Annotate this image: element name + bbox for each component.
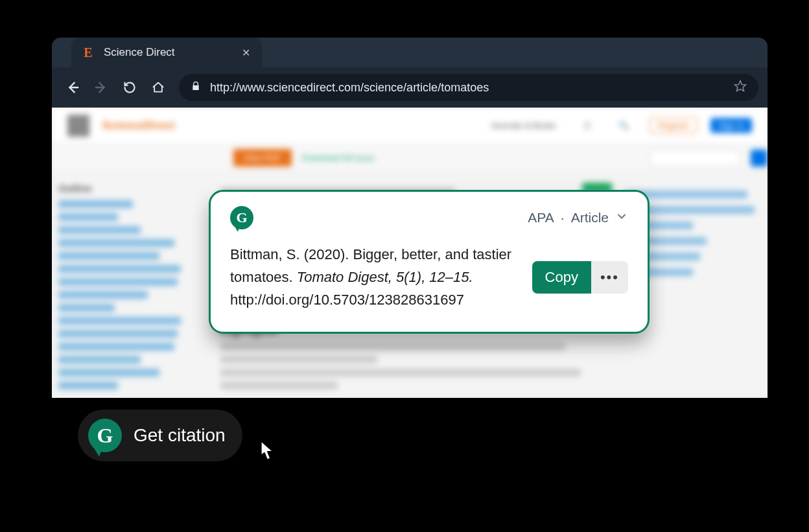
lock-icon — [191, 81, 201, 95]
copy-citation-button[interactable]: Copy — [532, 261, 591, 294]
grammarly-logo-icon: G — [230, 206, 253, 229]
citation-type: Article — [571, 210, 609, 226]
tab-bar: E Science Direct ✕ — [52, 38, 768, 67]
citation-card: G APA · Article Bittman, S. (2020). Bigg… — [209, 190, 650, 334]
register-button[interactable]: Register — [650, 117, 698, 133]
signin-button[interactable]: Sign in — [710, 118, 752, 133]
forward-button[interactable] — [89, 76, 113, 99]
journals-link[interactable]: Journals & Books — [483, 118, 564, 133]
reload-button[interactable] — [118, 76, 141, 99]
cursor-icon — [255, 439, 277, 464]
outline-heading: Outline — [58, 183, 207, 194]
url-text: http://www.sciencedirect.com/science/art… — [210, 81, 725, 95]
get-citation-button[interactable]: G Get citation — [78, 410, 242, 461]
svg-marker-2 — [735, 80, 746, 91]
citation-text: Bittman, S. (2020). Bigger, better, and … — [230, 244, 517, 311]
help-icon[interactable]: ⍰ — [577, 118, 598, 133]
more-options-button[interactable]: ••• — [591, 261, 628, 294]
citation-style: APA — [528, 210, 554, 226]
grammarly-logo-icon: G — [88, 419, 122, 452]
back-button[interactable] — [61, 76, 84, 99]
get-citation-label: Get citation — [134, 425, 226, 446]
bookmark-star-icon[interactable] — [734, 80, 747, 96]
chevron-down-icon — [615, 210, 628, 226]
browser-tab[interactable]: E Science Direct ✕ — [71, 38, 262, 67]
page-search-go[interactable] — [751, 150, 768, 167]
browser-toolbar: http://www.sciencedirect.com/science/art… — [52, 67, 768, 108]
citation-style-picker[interactable]: APA · Article — [528, 210, 628, 226]
view-pdf-button[interactable]: View PDF — [233, 149, 292, 167]
download-issue-link[interactable]: Download full issue — [302, 153, 375, 163]
tab-favicon: E — [82, 46, 95, 59]
search-icon[interactable]: 🔍 — [611, 118, 637, 133]
tab-title: Science Direct — [104, 46, 231, 59]
address-bar[interactable]: http://www.sciencedirect.com/science/art… — [179, 74, 758, 101]
site-brand: ScienceDirect — [102, 120, 175, 132]
close-tab-icon[interactable]: ✕ — [240, 47, 252, 58]
home-button[interactable] — [147, 76, 170, 99]
page-search-input[interactable] — [650, 150, 740, 167]
